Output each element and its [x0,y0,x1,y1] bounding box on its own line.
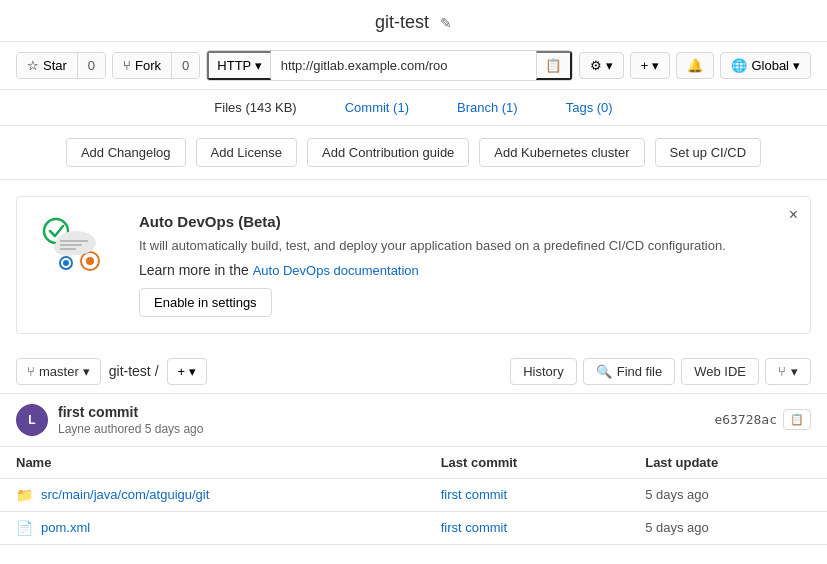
star-label: Star [43,58,67,73]
commit-info-link[interactable]: Commit (1) [345,100,409,115]
file-name-cell: 📄 pom.xml [0,511,425,544]
repo-title-bar: git-test ✎ [0,0,827,42]
repo-title: git-test [375,12,429,32]
add-contribution-button[interactable]: Add Contribution guide [307,138,469,167]
commit-hash: e63728ac [714,412,777,427]
branch-info-link[interactable]: Branch (1) [457,100,518,115]
plus-button[interactable]: + ▾ [630,52,671,79]
protocol-label: HTTP [217,58,251,73]
tags-info-link[interactable]: Tags (0) [566,100,613,115]
avatar-initials: L [28,413,35,427]
branch-selector[interactable]: ⑂ master ▾ [16,358,101,385]
commit-link[interactable]: first commit [441,520,507,535]
history-button[interactable]: History [510,358,576,385]
global-button[interactable]: 🌐 Global ▾ [720,52,811,79]
fork-group: ⑂ Fork 0 [112,52,200,79]
col-last-update: Last update [629,447,827,479]
commit-details: first commit Layne authored 5 days ago [58,404,704,436]
branch-chevron-icon: ▾ [83,364,90,379]
commit-link[interactable]: first commit [441,487,507,502]
settings-button[interactable]: ⚙▾ [579,52,624,79]
fork-icon: ⑂ [123,58,131,73]
col-last-commit: Last commit [425,447,630,479]
notification-button[interactable]: 🔔 [676,52,714,79]
commit-message: first commit [58,404,704,420]
devops-banner: Auto DevOps (Beta) It will automatically… [16,196,811,334]
devops-learn-prefix: Learn more in the [139,262,253,278]
fork-count[interactable]: 0 [172,53,199,78]
file-link[interactable]: pom.xml [41,520,90,535]
svg-point-2 [86,257,94,265]
time-text: 5 days ago [645,520,709,535]
last-update-cell: 5 days ago [629,511,827,544]
copy-icon: 📋 [790,413,804,425]
table-header-row: Name Last commit Last update [0,447,827,479]
clone-button[interactable]: ⑂▾ [765,358,811,385]
add-changelog-button[interactable]: Add Changelog [66,138,186,167]
clone-icon: ⑂ [778,364,786,379]
find-file-label: Find file [617,364,663,379]
edit-repo-icon[interactable]: ✎ [440,15,452,31]
devops-close-button[interactable]: × [789,207,798,223]
branch-name: master [39,364,79,379]
commit-info-row: L first commit Layne authored 5 days ago… [0,394,827,447]
last-commit-cell: first commit [425,478,630,511]
files-info: Files (143 KB) [214,100,296,115]
add-license-button[interactable]: Add License [196,138,298,167]
copy-icon: 📋 [545,58,562,73]
file-icon: 📄 [16,520,33,536]
globe-icon: 🌐 [731,58,747,73]
file-table: Name Last commit Last update 📁 src/main/… [0,447,827,545]
repo-browser-toolbar: ⑂ master ▾ git-test / +▾ History 🔍 Find … [0,350,827,394]
file-table-body: 📁 src/main/java/com/atguigu/git first co… [0,478,827,544]
file-link[interactable]: src/main/java/com/atguigu/git [41,487,209,502]
protocol-dropdown[interactable]: HTTP ▾ [207,51,270,80]
web-ide-button[interactable]: Web IDE [681,358,759,385]
copy-url-button[interactable]: 📋 [536,51,572,80]
bell-icon: 🔔 [687,58,703,73]
fork-label: Fork [135,58,161,73]
star-button[interactable]: ☆ Star [17,53,78,78]
fork-button[interactable]: ⑂ Fork [113,53,172,78]
devops-illustration [38,213,118,283]
table-row: 📁 src/main/java/com/atguigu/git first co… [0,478,827,511]
devops-title: Auto DevOps (Beta) [139,213,794,230]
repo-url: http://gitlab.example.com/roo [271,53,536,78]
devops-icon-area [33,213,123,283]
top-toolbar: ☆ Star 0 ⑂ Fork 0 HTTP ▾ http://gitlab.e… [0,42,827,90]
devops-learn-more: Learn more in the Auto DevOps documentat… [139,262,794,278]
star-icon: ☆ [27,58,39,73]
add-file-button[interactable]: +▾ [167,358,208,385]
global-label: Global [751,58,789,73]
devops-enable-button[interactable]: Enable in settings [139,288,272,317]
breadcrumb-path: git-test / [109,363,159,379]
svg-point-4 [63,260,69,266]
search-icon: 🔍 [596,364,612,379]
devops-description: It will automatically build, test, and d… [139,236,794,256]
branch-icon: ⑂ [27,364,35,379]
avatar: L [16,404,48,436]
file-name-cell: 📁 src/main/java/com/atguigu/git [0,478,425,511]
repo-browser-actions: History 🔍 Find file Web IDE ⑂▾ [510,358,811,385]
devops-content: Auto DevOps (Beta) It will automatically… [139,213,794,317]
copy-hash-button[interactable]: 📋 [783,409,811,430]
table-row: 📄 pom.xml first commit 5 days ago [0,511,827,544]
last-commit-cell: first commit [425,511,630,544]
files-info-bar: Files (143 KB) Commit (1) Branch (1) Tag… [0,90,827,126]
time-text: 5 days ago [645,487,709,502]
add-kubernetes-button[interactable]: Add Kubernetes cluster [479,138,644,167]
col-name: Name [0,447,425,479]
find-file-button[interactable]: 🔍 Find file [583,358,676,385]
last-update-cell: 5 days ago [629,478,827,511]
plus-icon: + [178,364,186,379]
folder-icon: 📁 [16,487,33,503]
star-count[interactable]: 0 [78,53,105,78]
quick-actions: Add Changelog Add License Add Contributi… [0,126,827,180]
commit-hash-area: e63728ac 📋 [714,409,811,430]
settings-icon: ⚙ [590,58,602,73]
plus-icon: + [641,58,649,73]
star-group: ☆ Star 0 [16,52,106,79]
setup-cicd-button[interactable]: Set up CI/CD [655,138,762,167]
devops-learn-link[interactable]: Auto DevOps documentation [253,263,419,278]
commit-meta: Layne authored 5 days ago [58,422,704,436]
